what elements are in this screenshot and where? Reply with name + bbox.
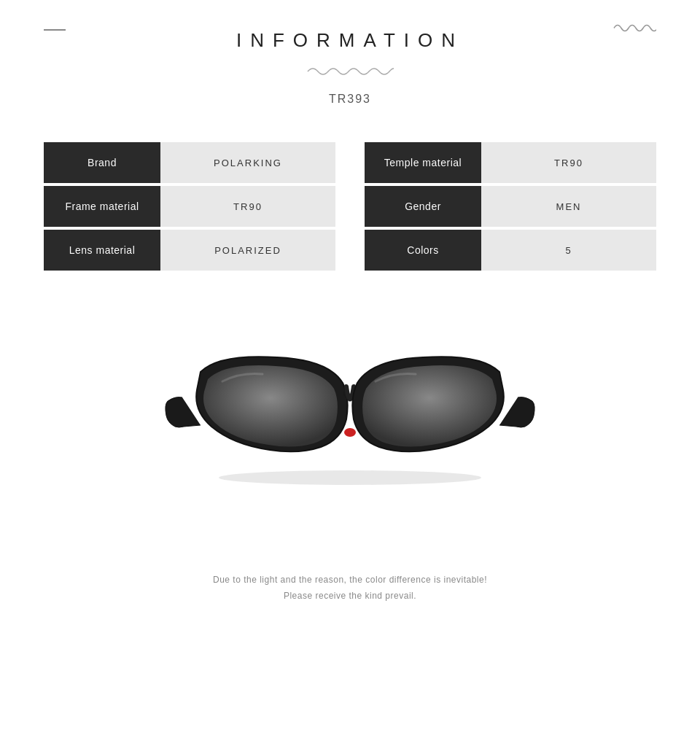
brand-label: Brand xyxy=(44,142,160,183)
lens-material-label: Lens material xyxy=(44,230,160,271)
product-image-section xyxy=(0,295,700,529)
info-section: Brand POLARKING Frame material TR90 Lens… xyxy=(44,142,656,273)
menu-icon xyxy=(44,29,66,31)
table-row: Frame material TR90 xyxy=(44,186,335,227)
page-container: INFORMATION TR393 Brand POLARKING Frame … xyxy=(0,0,700,746)
brand-value: POLARKING xyxy=(160,142,335,183)
frame-material-label: Frame material xyxy=(44,186,160,227)
table-row: Gender MEN xyxy=(365,186,656,227)
footer-line1: Due to the light and the reason, the col… xyxy=(15,572,685,588)
footer-note: Due to the light and the reason, the col… xyxy=(0,558,700,618)
lens-material-value: POLARIZED xyxy=(160,230,335,271)
colors-value: 5 xyxy=(481,230,656,271)
svg-point-1 xyxy=(219,470,481,485)
gender-label: Gender xyxy=(365,186,481,227)
gender-value: MEN xyxy=(481,186,656,227)
table-row: Lens material POLARIZED xyxy=(44,230,335,271)
wave-decoration xyxy=(0,65,700,78)
product-code: TR393 xyxy=(0,93,700,106)
temple-material-value: TR90 xyxy=(481,142,656,183)
footer-line2: Please receive the kind prevail. xyxy=(15,588,685,605)
frame-material-value: TR90 xyxy=(160,186,335,227)
colors-label: Colors xyxy=(365,230,481,271)
sunglasses-image xyxy=(160,317,540,507)
table-row: Colors 5 xyxy=(365,230,656,271)
header: INFORMATION xyxy=(0,0,700,59)
table-row: Temple material TR90 xyxy=(365,142,656,183)
info-column-left: Brand POLARKING Frame material TR90 Lens… xyxy=(44,142,335,273)
wave-icon xyxy=(612,20,656,39)
table-row: Brand POLARKING xyxy=(44,142,335,183)
temple-material-label: Temple material xyxy=(365,142,481,183)
info-column-right: Temple material TR90 Gender MEN Colors 5 xyxy=(365,142,656,273)
page-title: INFORMATION xyxy=(236,29,464,52)
svg-point-0 xyxy=(344,428,356,437)
